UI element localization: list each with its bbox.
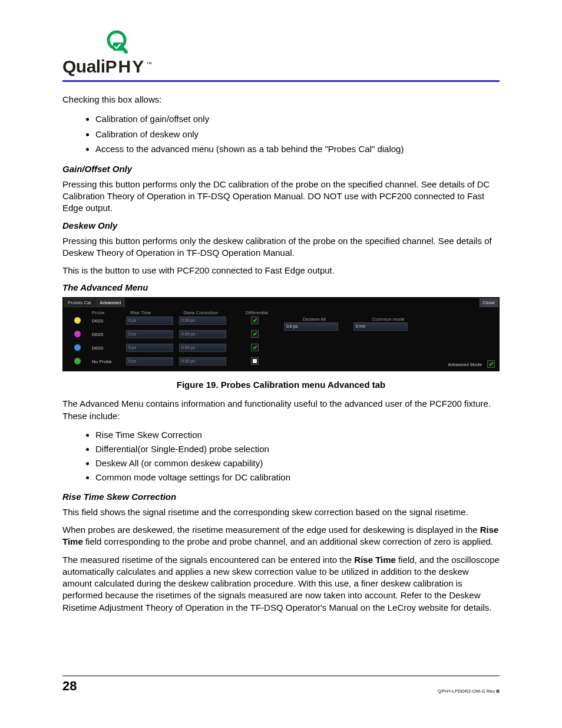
para-advanced: The Advanced Menu contains information a… [62,398,500,422]
document-id: QPHY-LPDDR2-OM-G Rev B [438,689,500,694]
heading-gain-offset: Gain/Offset Only [62,164,500,174]
text-span: field corresponding to the probe and pro… [83,536,493,546]
list-item: Common mode voltage settings for DC cali… [95,470,500,485]
text-span: When probes are deskewed, the risetime m… [62,525,480,535]
channel-dot-icon [74,331,81,337]
header-rule [62,80,500,82]
differential-checkbox[interactable] [251,317,259,324]
para-risetime-2: When probes are deskewed, the risetime m… [62,524,500,548]
channel-dot-icon [74,317,81,324]
intro-text: Checking this box allows: [62,94,500,106]
list-item: Differential(or Single-Ended) probe sele… [95,442,500,456]
brand-logo: QualiPHY™ [62,28,500,77]
qualiphy-icon [62,28,131,57]
brand-text-phy: PHY [105,57,146,77]
close-button[interactable]: Close [480,298,498,307]
skew-field[interactable]: 0.00 ps [179,357,226,365]
para-deskew-2: This is the button to use with PCF200 co… [62,265,500,276]
risetime-field[interactable]: 0 ps [126,317,173,325]
probe-label: D620 [92,332,103,337]
probe-label: D620 [92,345,103,351]
list-item: Calibration of deskew only [95,127,500,142]
col-header-risetime: Rise Time [130,310,151,315]
col-header-deskew-all: Deskew All [303,317,326,322]
page-number: 28 [62,678,77,694]
deskew-all-field[interactable]: 0.0 ps [284,322,338,331]
para-risetime-3: The measured risetime of the signals enc… [62,554,500,614]
tab-advanced[interactable]: Advanced [96,298,125,307]
col-header-skew: Skew Correction [183,310,218,315]
col-header-diff: Differential [246,310,268,315]
heading-advanced-menu: The Advanced Menu [62,282,500,292]
advanced-bullet-list: Rise Time Skew Correction Differential(o… [95,428,500,485]
heading-risetime: Rise Time Skew Correction [62,492,500,502]
list-item: Calibration of gain/offset only [95,111,500,127]
rev-letter: B [496,689,500,694]
advanced-mode-checkbox[interactable] [487,360,495,368]
figure-screenshot: Probes Cal Advanced Close Probe Rise Tim… [62,297,500,371]
probe-label: D620 [92,318,103,324]
risetime-field[interactable]: 0 ps [126,344,173,352]
differential-checkbox[interactable] [251,344,259,351]
list-item: Rise Time Skew Correction [95,428,500,442]
skew-field[interactable]: 0.00 ps [179,344,226,352]
figure-caption: Figure 19. Probes Calibration menu Advan… [62,380,500,390]
intro-bullet-list: Calibration of gain/offset only Calibrat… [95,111,500,157]
channel-dot-icon [74,344,81,351]
list-item: Deskew All (or common deskew capability) [95,456,500,470]
skew-field[interactable]: 0.00 ps [179,330,226,338]
differential-checkbox[interactable] [251,357,259,365]
list-item: Access to the advanced menu (shown as a … [95,141,500,157]
brand-text-quali: Quali [62,57,105,77]
differential-checkbox[interactable] [251,330,259,338]
text-span: QPHY-LPDDR2-OM-G Rev [438,689,496,694]
para-deskew-1: Pressing this button performs only the d… [62,235,500,259]
col-header-probe: Probe [92,310,104,315]
risetime-field[interactable]: 0 ps [126,330,173,338]
para-gain-offset: Pressing this button performs only the D… [62,179,500,215]
risetime-field[interactable]: 0 ps [126,357,173,365]
channel-dot-icon [74,358,81,364]
col-header-common-mode: Common mode [372,317,405,322]
skew-field[interactable]: 0.00 ps [179,317,226,325]
text-span: The measured risetime of the signals enc… [62,555,354,565]
bold-term: Rise Time [354,555,396,565]
para-risetime-1: This field shows the signal risetime and… [62,506,500,518]
probe-label: No Probe [92,359,112,364]
common-mode-field[interactable]: 0 mV [353,322,408,331]
page-footer: 28 QPHY-LPDDR2-OM-G Rev B [62,676,500,694]
tab-probes-cal[interactable]: Probes Cal [64,298,95,307]
trademark-symbol: ™ [146,61,152,67]
heading-deskew: Deskew Only [62,220,500,230]
advanced-mode-label: Advanced Mode [448,363,482,368]
